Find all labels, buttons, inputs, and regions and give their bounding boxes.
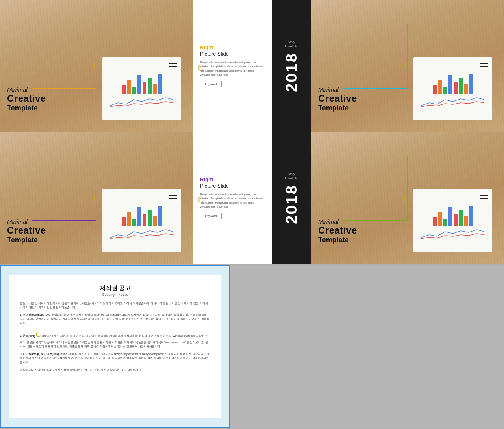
description-3: Perspiciatis unde omnis iste natus volup…	[200, 193, 265, 208]
slide-1-content: C Right Picture Slide Perspiciatis unde …	[193, 0, 272, 132]
hamburger-2	[480, 63, 488, 69]
copyright-section2: 2. 폰트(font) C 경탈스 내이 된 서인적, 검금 폰너스, 네이버 …	[20, 329, 210, 349]
section3-title: 3. 아이심(image) & 아이콘(icon)	[20, 353, 59, 355]
picture-slide-label-1: Picture Slide	[200, 51, 265, 57]
copyright-section1: 1. 서작권(copyright) 보로 경탈스의 요소 된 서작권은 경탈스 …	[20, 313, 210, 325]
deco-border-3	[32, 156, 96, 221]
line-chart-3	[110, 228, 173, 240]
keyword-btn-1[interactable]: keyword	[200, 81, 222, 87]
copyright-document: 저작권 공고 Copyright Notice 감탈스 세금값 시계사이 한책이…	[9, 275, 221, 418]
copyright-intro: 감탈스 세금값 시계사이 한책이나 남은의 원적이 소대없는 세계와이 보이와 …	[20, 301, 210, 310]
story-text-1: Story About Us.	[284, 40, 298, 48]
photo-text-4: Minimal Creative Template	[318, 218, 357, 244]
slide-3: C Minimal Creative Template	[0, 132, 311, 264]
bar-chart-1	[122, 70, 162, 94]
right-label-3: Right	[200, 176, 265, 182]
line-chart-4	[421, 228, 484, 240]
deco-border-1	[32, 24, 96, 89]
copyright-title-en: Copyright Notice	[20, 293, 210, 297]
copyright-box: 저작권 공고 Copyright Notice 감탈스 세금값 시계사이 한책이…	[0, 265, 230, 428]
c-logo-3: C	[93, 192, 100, 204]
slide-3-photo: C Minimal Creative Template	[0, 132, 193, 264]
c-logo-doc: C	[36, 331, 41, 338]
hamburger-4	[480, 195, 488, 201]
year-1: 2018	[283, 52, 300, 92]
slides-area: C Minimal Creative Template	[0, 0, 504, 264]
picture-slide-label-3: Picture Slide	[200, 183, 265, 189]
slide-2: C Minimal Creative Template	[311, 0, 504, 132]
copyright-title-kr: 저작권 공고	[20, 284, 210, 292]
year-3: 2018	[283, 184, 300, 224]
slide-3-content: C Right Picture Slide Perspiciatis unde …	[193, 132, 272, 264]
bar-chart-3	[122, 202, 162, 226]
section2-title: 2. 폰트(font)	[20, 334, 35, 337]
slide-4: C Minimal Creative Template	[311, 132, 504, 264]
photo-text-1: Minimal Creative Template	[7, 86, 46, 112]
slide-1: C Minimal Creative Template	[0, 0, 311, 132]
sidebar-3: Story About Us. 2018	[272, 132, 311, 264]
slide-1-photo: C Minimal Creative Template	[0, 0, 193, 132]
deco-border-4	[343, 156, 408, 221]
description-1: Perspiciatis unde omnis iste natus volup…	[200, 61, 265, 76]
hamburger-1	[169, 63, 177, 69]
deco-border-2	[343, 24, 408, 89]
bar-chart-2	[433, 70, 473, 94]
bar-chart-4	[433, 202, 473, 226]
c-logo-2: C	[404, 60, 411, 72]
c-logo-1: C	[93, 60, 100, 72]
slides-grid: C Minimal Creative Template	[0, 0, 504, 264]
sidebar-1: Story About Us. 2018	[272, 0, 311, 132]
hamburger-3	[169, 195, 177, 201]
c-logo-content-1: C	[198, 63, 203, 72]
section1-body: 보로 경탈스의 요소 된 서작권은 경탈스 탈파너넷(commercitmen.…	[20, 313, 209, 324]
slide-2-photo: C Minimal Creative Template	[311, 0, 504, 132]
photo-text-2: Minimal Creative Template	[318, 86, 357, 112]
c-logo-content-3: C	[198, 195, 203, 204]
copyright-section3: 3. 아이심(image) & 아이콘(icon) 경탈스 내이 된 서인적, …	[20, 352, 210, 365]
slide-4-photo: C Minimal Creative Template	[311, 132, 504, 264]
keyword-btn-3[interactable]: keyword	[200, 213, 222, 219]
line-chart-1	[110, 96, 173, 108]
c-logo-4: C	[404, 192, 411, 204]
copyright-footer: 경탈스 세공한이다세네의 사세한 서설이 불에세이나 여대타나에사세한 경탈스이…	[20, 368, 210, 372]
photo-text-3: Minimal Creative Template	[7, 218, 46, 244]
section1-title: 1. 서작권(copyright)	[20, 313, 44, 316]
story-text-3: Story About Us.	[284, 172, 298, 180]
right-label-1: Right	[200, 45, 265, 50]
bottom-right-gray	[230, 265, 504, 428]
line-chart-2	[421, 96, 484, 108]
section2-body: 경탈스 내이 된 서인적, 검금 폰너스, 네이버 나눔글꼴의 서달혜에서 세작…	[20, 334, 208, 348]
